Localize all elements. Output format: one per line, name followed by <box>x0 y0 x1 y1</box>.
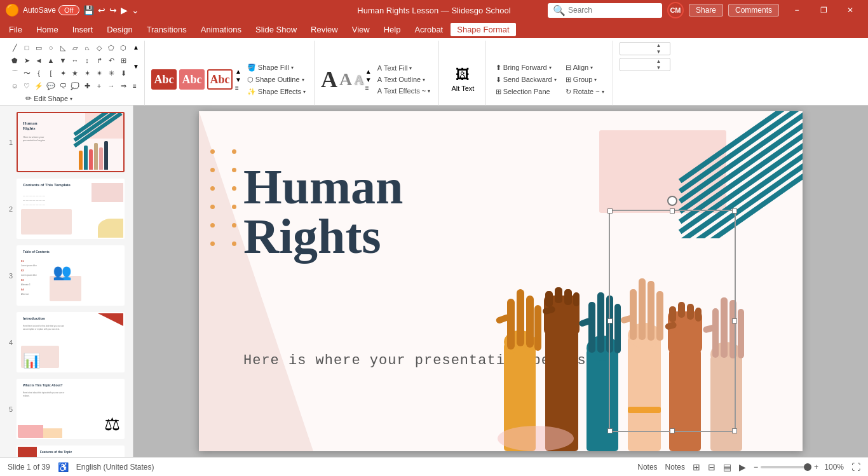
search-input[interactable] <box>568 6 657 15</box>
shape-ud-arrow[interactable]: ↕ <box>81 55 93 66</box>
redo-icon[interactable]: ↪ <box>109 5 117 15</box>
present-icon[interactable]: ▶ <box>121 5 128 15</box>
menu-animations[interactable]: Animations <box>194 23 248 36</box>
view-reading-icon[interactable]: ▤ <box>723 462 731 472</box>
slide-title[interactable]: Human Rights <box>243 162 403 261</box>
height-down[interactable]: ▼ <box>655 49 663 55</box>
shape-style-1[interactable]: Abc <box>151 69 177 90</box>
rotate-dropdown[interactable]: ▾ <box>602 89 604 95</box>
shape-up-arrow[interactable]: ▲ <box>45 55 57 66</box>
wordart-a-sm[interactable]: A <box>354 72 363 87</box>
shape-down-arrow[interactable]: ▼ <box>57 55 69 66</box>
shape-smiley[interactable]: ☺ <box>9 80 20 92</box>
rotate-button[interactable]: ↻ Rotate ~ ▾ <box>562 86 607 97</box>
height-up[interactable]: ▲ <box>655 43 663 49</box>
shape-styles-up[interactable]: ▲ <box>235 68 241 75</box>
shape-uturn[interactable]: ↶ <box>105 55 117 66</box>
wordart-down[interactable]: ▼ <box>365 76 372 83</box>
autosave-control[interactable]: AutoSave Off <box>23 5 79 15</box>
shape-roundrect[interactable]: ▭ <box>33 42 44 53</box>
restore-button[interactable]: ❐ <box>811 1 836 19</box>
shape-right-arrow[interactable]: ➤ <box>21 55 32 66</box>
customize-icon[interactable]: ⌄ <box>132 5 139 15</box>
selection-pane-button[interactable]: ⊞ Selection Pane <box>492 86 560 97</box>
shape-styles-more[interactable]: ≡ <box>235 85 241 92</box>
shape-heart[interactable]: ♡ <box>21 80 32 92</box>
shapes-more[interactable]: ≡ <box>133 83 139 90</box>
shape-lr-arrow[interactable]: ↔ <box>69 55 81 66</box>
edit-shape-button[interactable]: ✏ Edit Shape ▾ <box>22 93 125 104</box>
shapes-scroll-down[interactable]: ▼ <box>133 63 139 70</box>
shape-style-2[interactable]: Abc <box>179 69 205 90</box>
width-input[interactable]: 1,55 cm <box>620 60 655 70</box>
slide-thumb-5[interactable]: 5 What is This Topic About? Here is text… <box>3 377 130 440</box>
text-fill-dropdown[interactable]: ▾ <box>409 65 412 71</box>
slide-thumb-4[interactable]: 4 Introduction Here there is a text for … <box>3 311 130 374</box>
shape-outline-button[interactable]: ⬡ Shape Outline ▾ <box>244 74 309 85</box>
fit-page-icon[interactable]: ⛶ <box>851 462 860 472</box>
shape-callout3[interactable]: 💭 <box>69 80 81 92</box>
shape-star4[interactable]: ✦ <box>57 67 69 79</box>
notes-label[interactable]: Notes <box>665 463 685 472</box>
close-button[interactable]: ✕ <box>837 1 863 19</box>
shape-bracket[interactable]: [ <box>45 67 57 79</box>
text-fill-button[interactable]: A Text Fill ▾ <box>374 63 433 73</box>
menu-help[interactable]: Help <box>377 23 407 36</box>
slide-thumb-2[interactable]: 2 Contents of This Template — — — — — — … <box>3 177 130 240</box>
shape-brace[interactable]: { <box>33 67 44 79</box>
shape-outline-dropdown[interactable]: ▾ <box>302 77 304 83</box>
zoom-out-icon[interactable]: − <box>754 463 758 472</box>
zoom-thumb[interactable] <box>804 463 811 471</box>
view-slideshow-icon[interactable]: ▶ <box>739 462 746 472</box>
group-dropdown[interactable]: ▾ <box>594 77 597 83</box>
bring-forward-dropdown[interactable]: ▾ <box>549 65 552 71</box>
shape-hexagon[interactable]: ⬡ <box>118 42 129 53</box>
shape-line[interactable]: ╱ <box>9 42 20 53</box>
shape-bent-arrow[interactable]: ↱ <box>93 55 105 66</box>
alt-text-button[interactable]: 🖼 Alt Text <box>448 65 477 94</box>
hands-illustration[interactable] <box>485 184 771 451</box>
menu-transitions[interactable]: Transitions <box>140 23 193 36</box>
menu-review[interactable]: Review <box>304 23 344 36</box>
menu-design[interactable]: Design <box>100 23 139 36</box>
shape-effects-dropdown[interactable]: ▾ <box>303 89 306 95</box>
shape-starburst[interactable]: ✳ <box>105 67 117 79</box>
menu-slideshow[interactable]: Slide Show <box>249 23 303 36</box>
autosave-toggle[interactable]: Off <box>58 5 79 15</box>
shape-diamond[interactable]: ◇ <box>93 42 105 53</box>
width-down[interactable]: ▼ <box>655 65 663 71</box>
notes-button[interactable]: Notes <box>637 463 657 472</box>
edit-shape-dropdown[interactable]: ▾ <box>70 96 72 102</box>
width-up[interactable]: ▲ <box>655 58 663 65</box>
shape-styles-down[interactable]: ▼ <box>235 76 241 83</box>
shape-parallelogram[interactable]: ▱ <box>69 42 81 53</box>
share-button[interactable]: Share <box>689 4 723 17</box>
menu-insert[interactable]: Insert <box>66 23 100 36</box>
language-label[interactable]: English (United States) <box>76 463 154 472</box>
shape-rect[interactable]: □ <box>21 42 32 53</box>
undo-icon[interactable]: ↩ <box>98 5 105 15</box>
accessibility-check-icon[interactable]: ♿ <box>58 462 69 472</box>
minimize-button[interactable]: − <box>784 1 810 19</box>
menu-home[interactable]: Home <box>30 23 65 36</box>
zoom-control[interactable]: − + 100% <box>754 463 844 472</box>
slide-canvas[interactable]: Human Rights Here is where your presenta… <box>199 111 803 451</box>
zoom-slider[interactable] <box>761 466 811 468</box>
width-input-container[interactable]: 1,55 cm ▲ ▼ <box>620 58 670 71</box>
shape-hept[interactable]: ⬟ <box>9 55 20 66</box>
shape-stripe[interactable]: ⊞ <box>118 55 129 66</box>
bring-forward-button[interactable]: ⬆ Bring Forward ▾ <box>492 62 560 73</box>
menu-shape-format[interactable]: Shape Format <box>451 23 515 36</box>
menu-file[interactable]: File <box>3 23 29 36</box>
shape-star5[interactable]: ★ <box>69 67 81 79</box>
view-normal-icon[interactable]: ⊞ <box>693 462 700 472</box>
text-outline-button[interactable]: A Text Outline ▾ <box>374 74 433 85</box>
zoom-level[interactable]: 100% <box>821 463 844 472</box>
send-backward-button[interactable]: ⬇ Send Backward ▾ <box>492 74 560 85</box>
text-effects-button[interactable]: A Text Effects ~ ▾ <box>374 86 433 96</box>
shape-style-3[interactable]: Abc <box>207 69 233 90</box>
slide-thumb-6[interactable]: 6 Features of the Topic — Point— Point— … <box>3 444 130 457</box>
search-box[interactable]: 🔍 <box>548 3 662 18</box>
shape-scroll-right[interactable]: → <box>105 80 117 92</box>
view-slide-sorter-icon[interactable]: ⊟ <box>708 462 715 472</box>
